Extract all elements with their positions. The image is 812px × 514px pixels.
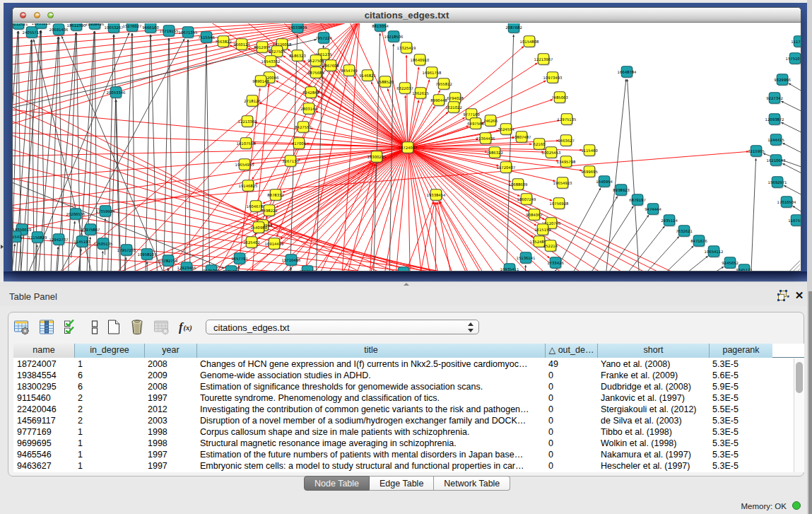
graph-node[interactable]: 20691406 bbox=[49, 24, 69, 36]
cell-name[interactable]: 9463627 bbox=[13, 460, 74, 472]
cell-pagerank[interactable]: 5.3E-5 bbox=[709, 426, 772, 438]
column-header-name[interactable]: name bbox=[13, 344, 74, 358]
cell-title[interactable]: Tourette syndrome. Phenomenology and cla… bbox=[196, 392, 545, 404]
cell-in_degree[interactable]: 1 bbox=[74, 358, 144, 370]
select-all-icon[interactable] bbox=[63, 318, 80, 336]
cell-year[interactable]: 2008 bbox=[144, 381, 196, 392]
graph-node[interactable]: 8813054 bbox=[372, 23, 389, 33]
graph-node[interactable]: 8471676 bbox=[690, 235, 707, 247]
graph-node[interactable]: 9699695 bbox=[581, 166, 598, 178]
graph-node[interactable]: 7632621 bbox=[676, 226, 693, 238]
cell-title[interactable]: Changes of HCN gene expression and I(f) … bbox=[196, 358, 545, 370]
graph-edge[interactable] bbox=[167, 268, 168, 271]
graph-node[interactable]: 10719155 bbox=[160, 25, 179, 37]
cell-year[interactable]: 2012 bbox=[144, 404, 196, 415]
graph-edge[interactable] bbox=[67, 33, 76, 271]
graph-edge[interactable] bbox=[317, 96, 408, 148]
graph-edge[interactable] bbox=[184, 40, 188, 271]
scrollbar-thumb[interactable] bbox=[796, 362, 803, 393]
graph-edge[interactable] bbox=[361, 148, 408, 272]
new-column-icon[interactable] bbox=[105, 318, 122, 336]
network-window[interactable]: citations_edges.txt 18112521240557131693… bbox=[12, 7, 801, 271]
graph-node[interactable]: 9474444 bbox=[645, 204, 661, 216]
graph-edge[interactable] bbox=[322, 77, 408, 147]
network-window-titlebar[interactable]: citations_edges.txt bbox=[13, 8, 801, 23]
column-header-short[interactable]: short bbox=[597, 344, 709, 358]
graph-edge[interactable] bbox=[524, 265, 526, 271]
cell-out_degree[interactable]: 49 bbox=[545, 358, 597, 370]
tab-network-table[interactable]: Network Table bbox=[434, 476, 510, 491]
network-graph[interactable]: 1811252124055713169352182069140618612390… bbox=[13, 23, 801, 271]
graph-node[interactable]: 19218506 bbox=[384, 31, 404, 43]
cell-in_degree[interactable]: 1 bbox=[74, 460, 144, 472]
graph-node[interactable]: 9227342 bbox=[766, 93, 783, 105]
table-selector-dropdown[interactable]: citations_edges.txt bbox=[206, 320, 479, 334]
cell-short[interactable]: Dudbridge et al. (2008) bbox=[597, 381, 709, 392]
graph-edge[interactable] bbox=[101, 251, 103, 271]
graph-node[interactable]: 8878332 bbox=[267, 189, 284, 201]
graph-edge[interactable] bbox=[188, 40, 190, 271]
graph-node[interactable]: 10807487 bbox=[512, 132, 531, 144]
cell-name[interactable]: 22420046 bbox=[13, 404, 74, 415]
graph-node[interactable]: 12923466 bbox=[177, 262, 197, 271]
graph-node[interactable]: 16961758 bbox=[423, 67, 442, 79]
graph-node[interactable]: 19146825 bbox=[239, 180, 258, 192]
cell-in_degree[interactable]: 1 bbox=[74, 438, 144, 449]
graph-node[interactable]: 13325419 bbox=[397, 42, 416, 54]
cell-in_degree[interactable]: 1 bbox=[74, 426, 144, 438]
graph-node[interactable]: 10973493 bbox=[543, 72, 563, 84]
cell-out_degree[interactable]: 0 bbox=[545, 404, 597, 415]
graph-edge[interactable] bbox=[603, 79, 626, 271]
cell-short[interactable]: Yano et al. (2008) bbox=[597, 358, 709, 370]
graph-node[interactable]: 15136141 bbox=[517, 252, 536, 264]
column-header-in_degree[interactable]: in_degree bbox=[74, 344, 144, 358]
graph-node[interactable]: 1640954 bbox=[596, 176, 613, 188]
table-row[interactable]: 969969511998Structural magnetic resonanc… bbox=[13, 438, 804, 449]
cell-title[interactable]: Genome-wide association studies in ADHD. bbox=[196, 370, 545, 381]
graph-edge[interactable] bbox=[647, 256, 708, 271]
cell-pagerank[interactable]: 5.6E-5 bbox=[709, 370, 772, 381]
table-options-icon[interactable] bbox=[13, 318, 30, 336]
table-row[interactable]: 1938455462009Genome-wide association stu… bbox=[13, 370, 804, 381]
graph-node[interactable]: 417004 bbox=[292, 138, 307, 150]
graph-node[interactable]: 12213967 bbox=[534, 54, 553, 66]
graph-node[interactable]: 13495798 bbox=[557, 156, 577, 168]
cell-out_degree[interactable]: 0 bbox=[545, 381, 597, 392]
graph-node[interactable]: 9660124 bbox=[233, 39, 250, 51]
graph-node[interactable]: 2718126 bbox=[244, 95, 261, 107]
graph-node[interactable]: 7625402 bbox=[243, 237, 260, 249]
graph-edge[interactable] bbox=[107, 35, 113, 271]
graph-node[interactable]: 15720407 bbox=[497, 162, 516, 174]
cell-pagerank[interactable]: 5.3E-5 bbox=[709, 358, 772, 370]
graph-node[interactable]: 18640910 bbox=[411, 54, 430, 66]
graph-node[interactable]: 252214 bbox=[543, 240, 558, 252]
table-row[interactable]: 977716911998Corpus callosum shape and si… bbox=[13, 426, 804, 438]
graph-node[interactable]: 7955812 bbox=[435, 78, 452, 90]
cell-out_degree[interactable]: 0 bbox=[545, 438, 597, 449]
graph-node[interactable]: 1244415 bbox=[767, 134, 784, 146]
graph-edge[interactable] bbox=[13, 141, 538, 272]
graph-node[interactable]: 12093872 bbox=[765, 114, 784, 126]
table-row[interactable]: 1872400712008Changes of HCN gene express… bbox=[13, 358, 804, 370]
cell-name[interactable]: 9465546 bbox=[13, 449, 74, 460]
sidebar-expand-arrow-icon[interactable] bbox=[1, 245, 4, 249]
cell-name[interactable]: 9777169 bbox=[13, 426, 74, 438]
graph-node[interactable]: 7515546 bbox=[198, 32, 215, 44]
table-row[interactable]: 946554611997Estimation of the future num… bbox=[13, 449, 804, 460]
graph-node[interactable]: 9245121 bbox=[736, 264, 753, 271]
graph-node[interactable]: 9657791 bbox=[231, 253, 248, 265]
graph-node[interactable]: 7485063 bbox=[551, 92, 568, 104]
function-builder-icon[interactable]: f(x) bbox=[177, 318, 194, 336]
cell-in_degree[interactable]: 2 bbox=[74, 392, 144, 404]
cell-short[interactable]: Jankovic et al. (1997) bbox=[597, 392, 709, 404]
graph-edge[interactable] bbox=[586, 215, 649, 271]
table-row[interactable]: 1830029562008Estimation of significance … bbox=[13, 381, 804, 392]
cell-name[interactable]: 19384554 bbox=[13, 370, 74, 381]
delete-table-icon[interactable] bbox=[153, 318, 170, 336]
float-panel-icon[interactable] bbox=[777, 290, 789, 302]
cell-short[interactable]: de Silva et al. (2003) bbox=[597, 415, 709, 426]
graph-node[interactable]: 8454749 bbox=[341, 65, 358, 77]
tab-edge-table[interactable]: Edge Table bbox=[370, 476, 434, 491]
cell-year[interactable]: 1998 bbox=[144, 426, 196, 438]
cell-out_degree[interactable]: 0 bbox=[545, 426, 597, 438]
